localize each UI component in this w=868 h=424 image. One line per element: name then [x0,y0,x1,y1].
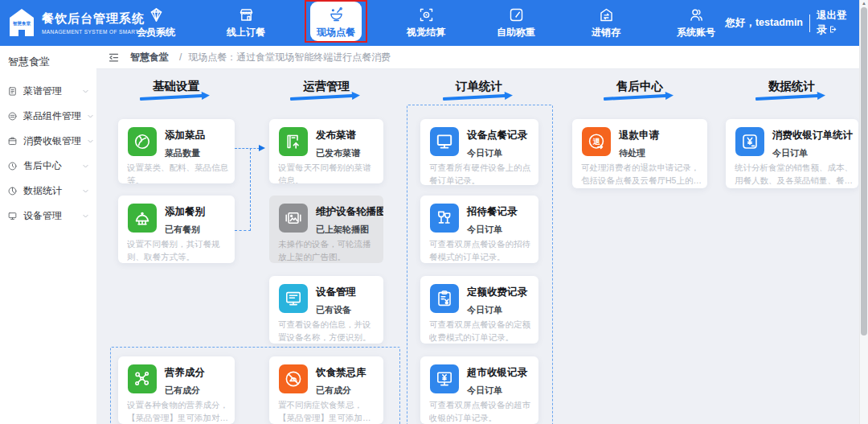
card-stat-link[interactable]: 今日订单 [467,147,502,159]
logo-badge-text: 智慧食堂 [12,21,31,27]
header-arrow-underline [140,94,203,101]
nav-item-member-system[interactable]: 会员系统 [111,0,201,46]
sidebar-item-device-management[interactable]: 设备管理 [0,204,96,228]
order-monitor-icon [430,127,459,156]
cloche-icon [128,204,157,233]
sidebar-item-dish-component-management[interactable]: 菜品组件管理 [0,104,96,129]
header-arrow-underline [604,94,666,101]
component-icon [7,111,18,121]
card-stat-link[interactable]: 已上架轮播图 [316,224,369,236]
menu-book-up-icon [279,127,308,156]
card-description: 设置不同餐别，其订餐规则、取餐方式等。 [127,238,229,263]
connector-line [250,148,251,231]
sidebar-item-after-sales-center[interactable]: 售后中心 [0,154,96,179]
sidebar-item-recipe-management[interactable]: 菜谱管理 [0,79,96,104]
chevron-down-icon [87,138,94,145]
breadcrumb-root[interactable]: 智慧食堂 [130,51,169,64]
card-title: 营养成分 [165,366,205,380]
storefront-icon [238,6,255,23]
header-arrow-underline [290,94,353,101]
nav-label: 视觉结算 [407,26,445,39]
breadcrumb-current: 现场点餐：通过食堂现场智能终端进行点餐消费 [188,51,391,64]
card-refund-request[interactable]: 退 退款申请 待处理 可处理消费者的退款申请记录，包括设备点餐及云餐厅H5上的订… [572,119,707,188]
nav-item-onsite-ordering[interactable]: 现场点餐 [291,0,381,46]
card-supermarket-cashier-records[interactable]: 超市收银记录 今日订单 可查看双屏点餐设备的超市收银的订单记录。 [420,356,538,424]
vision-scan-icon [418,6,435,23]
card-stat-link[interactable]: 菜品数量 [165,147,200,159]
card-description: 设置每天不同餐别的菜谱信息。 [278,162,378,183]
app-window: 智慧食堂 餐饮后台管理系统 MANAGEMENT SYSTEM OF SMART… [0,0,868,424]
nav-item-online-ordering[interactable]: 线上订餐 [201,0,291,46]
annotation-red-box [305,0,367,43]
user-greeting: 您好，testadmin [725,16,803,30]
users-icon [688,6,705,23]
card-title: 设备点餐记录 [467,129,527,142]
nav-label: 系统账号 [677,26,715,39]
card-hospitality-meal-records[interactable]: 招待餐记录 今日订单 可查看双屏点餐设备的招待餐模式的订单记录。 [420,196,538,263]
card-device-management[interactable]: 设备管理 已有设备 可查看设备的信息，并设置设备名称，方便识别。 [269,276,383,344]
card-cashier-order-statistics[interactable]: 消费收银订单统计 今日订单 统计分析食堂的销售额、成本、用餐人数、及各菜品销量、… [726,119,858,188]
connector-line [235,230,251,231]
card-description: 可查看所有硬件设备上的点餐订单记录。 [429,162,533,185]
scrollbar-thumb[interactable] [861,7,867,335]
nav-item-vision-checkout[interactable]: 视觉结算 [381,0,471,46]
smart-canteen-logo-icon: 智慧食堂 [8,7,35,38]
card-fixed-fee-records[interactable]: 定额收费记录 今日订单 可查看双屏点餐设备的定额收费模式的订单记录。 [420,276,538,344]
sidebar-item-label: 设备管理 [23,209,76,223]
card-stat-link[interactable]: 今日订单 [467,304,502,316]
card-title: 维护设备轮播图 [316,205,383,219]
molecule-icon [128,364,157,393]
sidebar: 智慧食堂 菜谱管理 菜品组件管理 消费收银管理 售后中心 数据统计 [0,46,96,424]
card-publish-menu[interactable]: 发布菜谱 已发布菜谱 设置每天不同餐别的菜谱信息。 [269,119,383,183]
breadcrumb-bar: 智慧食堂 / 现场点餐：通过食堂现场智能终端进行点餐消费 [96,46,859,69]
card-description: 可查看设备的信息，并设置设备名称，方便识别。 [278,319,378,344]
column-header-data-stats: 数据统计 [768,79,815,94]
collapse-menu-icon[interactable] [108,51,120,64]
vertical-scrollbar[interactable]: ▲ [859,0,868,424]
nav-item-self-weighing[interactable]: 自助称重 [471,0,561,46]
breadcrumb-separator: / [179,51,182,63]
card-device-order-records[interactable]: 设备点餐记录 今日订单 可查看所有硬件设备上的点餐订单记录。 [420,119,538,185]
header-arrow-underline [755,94,818,101]
device-list-icon [279,284,308,313]
card-diet-taboo-library[interactable]: 饮食禁忌库 已有成分 置不同病症饮食禁忌，【菜品管理】里可添加对应的。 [269,356,383,424]
card-description: 可查看双屏点餐设备的招待餐模式的订单记录。 [429,238,533,263]
sidebar-item-label: 数据统计 [23,184,76,198]
card-description: 未操作的设备，可轮流播放上架的广告图。 [278,238,378,263]
refund-icon: 退 [582,127,611,156]
document-icon [7,86,18,97]
weighing-scale-icon [508,6,525,23]
clipboard-yuan-icon [430,284,459,313]
card-stat-link[interactable]: 今日订单 [772,147,808,159]
cashier-monitor-yuan-icon [430,364,459,393]
card-nutrition[interactable]: 营养成分 已有成分 设置各种食物的营养成分，【菜品管理】里可添加对应的食物及分.… [118,356,235,424]
column-header-operation: 运营管理 [303,79,350,94]
column-header-after-sales: 售后中心 [616,79,663,94]
nav-label: 进销存 [592,26,620,39]
card-stat-link[interactable]: 已有成分 [165,385,200,397]
logout-button[interactable]: 退出登录 [817,9,854,37]
column-header-order-stats: 订单统计 [456,79,502,94]
card-stat-link[interactable]: 已发布菜谱 [316,147,360,159]
card-stat-link[interactable]: 今日订单 [467,385,502,397]
card-stat-link[interactable]: 今日订单 [467,224,502,236]
connector-line [235,148,260,149]
card-description: 可查看双屏点餐设备的超市收银的订单记录。 [429,399,533,424]
card-description: 可查看双屏点餐设备的定额收费模式的订单记录。 [429,319,533,344]
sidebar-item-data-statistics[interactable]: 数据统计 [0,179,96,204]
card-stat-link[interactable]: 已有设备 [316,304,351,316]
card-description: 统计分析食堂的销售额、成本、用餐人数、及各菜品销量、餐别等... [735,162,853,187]
card-stat-link[interactable]: 已有成分 [316,385,351,397]
inventory-house-icon [598,6,615,23]
card-carousel-maintenance[interactable]: 维护设备轮播图 已上架轮播图 未操作的设备，可轮流播放上架的广告图。 [269,196,383,263]
scrollbar-up-arrow[interactable]: ▲ [860,0,868,7]
pie-chart-icon [7,186,18,196]
card-add-dish[interactable]: 添加菜品 菜品数量 设置菜类、配料、菜品信息等。 [118,119,235,183]
card-stat-link[interactable]: 待处理 [619,147,645,159]
sidebar-item-consume-cashier-management[interactable]: 消费收银管理 [0,129,96,154]
nav-item-inventory[interactable]: 进销存 [561,0,651,46]
card-stat-link[interactable]: 已有餐别 [165,224,200,236]
chevron-down-icon [87,113,94,120]
card-add-meal-type[interactable]: 添加餐别 已有餐别 设置不同餐别，其订餐规则、取餐方式等。 [118,196,235,263]
svg-text:退: 退 [593,138,601,146]
